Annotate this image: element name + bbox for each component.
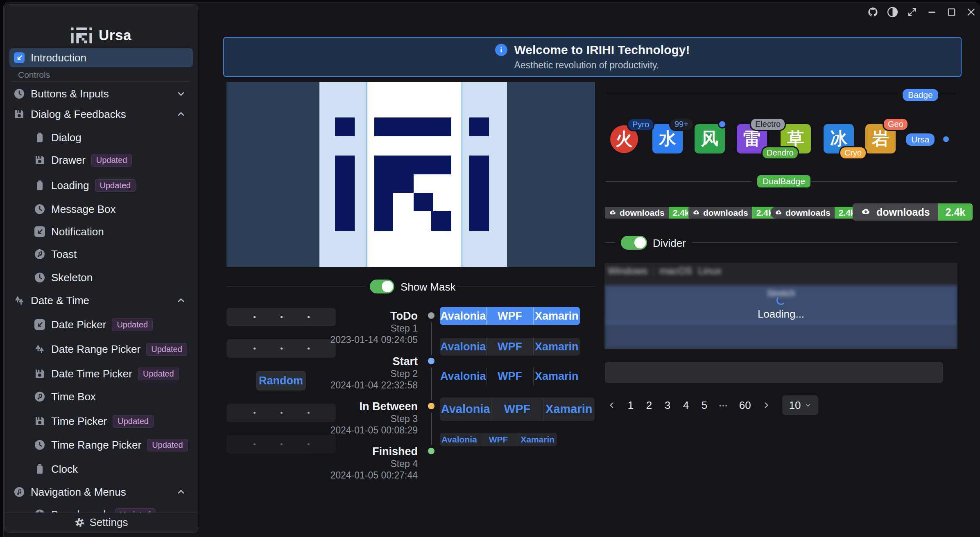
info-icon — [495, 44, 507, 56]
sidebar-item-time-picker[interactable]: Time Picker Updated — [9, 412, 193, 431]
sidebar-item-notification[interactable]: Notification — [9, 222, 193, 241]
welcome-banner: Welcome to IRIHI Technology! Aesthetic r… — [223, 37, 962, 77]
sidebar-item-drawer[interactable]: Drawer Updated — [9, 151, 193, 169]
page-size-select[interactable]: 10 — [782, 395, 818, 415]
sidebar-item-message-box[interactable]: Message Box — [9, 200, 193, 219]
maximize-icon[interactable] — [946, 7, 957, 18]
fullscreen-icon[interactable] — [907, 7, 918, 18]
divider — [605, 94, 900, 94]
battery-icon — [34, 132, 45, 143]
music-note-icon — [14, 487, 25, 497]
floppy-icon — [34, 155, 45, 165]
sidebar-item-clock[interactable]: Clock — [9, 460, 193, 478]
timeline-dot-start — [428, 358, 435, 364]
chevron-right-icon[interactable] — [762, 401, 770, 409]
xamarin-button[interactable]: Xamarin — [518, 433, 557, 446]
app-title: Ursa — [99, 27, 131, 43]
page-3[interactable]: 3 — [664, 399, 671, 412]
theme-toggle-icon[interactable] — [887, 7, 898, 18]
cryo-badge: Cryo — [840, 147, 866, 158]
close-icon[interactable] — [966, 7, 977, 18]
tab-macos[interactable]: macOS — [659, 265, 692, 277]
page-60[interactable]: 60 — [739, 399, 751, 412]
dot-badge — [943, 136, 949, 142]
download-icon — [609, 209, 616, 217]
ursa-badge: Ursa — [906, 133, 935, 146]
sidebar-item-date-time-picker[interactable]: Date Time Picker Updated — [9, 364, 193, 383]
chevron-left-icon[interactable] — [608, 401, 616, 409]
page-1[interactable]: 1 — [627, 399, 634, 412]
xamarin-button[interactable]: Xamarin — [533, 338, 580, 356]
page-4[interactable]: 4 — [682, 399, 690, 412]
downloads-badge: downloads 2.4k — [771, 207, 860, 219]
avalonia-button[interactable]: Avalonia — [440, 307, 486, 325]
downloads-count: 2.4k — [938, 203, 973, 221]
empty-input-box[interactable] — [605, 362, 943, 383]
floppy-icon — [34, 368, 45, 379]
sidebar-item-introduction[interactable]: Introduction — [9, 48, 193, 67]
sidebar-group-date-time[interactable]: Date & Time — [9, 291, 193, 310]
tab-windows[interactable]: Windows — [608, 265, 647, 277]
table-row — [604, 323, 957, 349]
pyro-badge: Pyro — [628, 119, 653, 130]
wpf-button[interactable]: WPF — [491, 397, 543, 421]
mask-divider-line[interactable] — [462, 82, 462, 267]
wpf-button[interactable]: WPF — [486, 307, 533, 325]
random-button[interactable]: Random — [256, 371, 306, 390]
wpf-button[interactable]: WPF — [479, 433, 518, 446]
chevron-up-icon — [176, 296, 186, 305]
show-mask-toggle[interactable] — [370, 280, 394, 293]
updated-badge: Updated — [112, 318, 153, 331]
sidebar-item-skeleton[interactable]: Skeleton — [9, 268, 193, 287]
timeline-step-time: 2023-01-14 09:24:05 — [303, 334, 418, 345]
import-icon — [34, 319, 45, 330]
timeline-step-label: Step 4 — [303, 458, 418, 469]
button-group-dark: Avalonia WPF Xamarin — [440, 338, 580, 356]
clock-icon — [34, 440, 45, 450]
divider — [940, 94, 959, 94]
avalonia-button[interactable]: Avalonia — [440, 367, 486, 385]
sidebar-group-buttons-inputs[interactable]: Buttons & Inputs — [9, 84, 193, 103]
page-2[interactable]: 2 — [645, 399, 653, 412]
downloads-badge: downloads 2.4k — [605, 207, 694, 219]
download-icon — [861, 207, 871, 217]
chevron-down-icon — [176, 89, 186, 99]
sidebar-item-toast[interactable]: Toast — [9, 245, 193, 264]
xamarin-button[interactable]: Xamarin — [533, 367, 580, 385]
timeline-dot-finished — [428, 448, 435, 454]
updated-badge: Updated — [95, 179, 136, 192]
download-icon — [693, 209, 700, 217]
sidebar-group-navigation-menus[interactable]: Navigation & Menus — [9, 483, 193, 501]
page-5[interactable]: 5 — [701, 399, 708, 412]
sidebar-item-date-range-picker[interactable]: Date Range Picker Updated — [9, 340, 193, 359]
divider-toggle[interactable] — [621, 236, 647, 250]
sidebar-item-time-box[interactable]: Time Box — [9, 387, 193, 406]
logo-pixel — [469, 156, 489, 231]
minimize-icon[interactable] — [926, 7, 937, 18]
sidebar-item-dialog[interactable]: Dialog — [9, 128, 193, 147]
xamarin-button[interactable]: Xamarin — [543, 397, 595, 421]
pagination-ellipsis: ••• — [719, 402, 728, 409]
timeline-step-title: Start — [303, 355, 418, 368]
loading-spinner-icon — [776, 296, 785, 305]
avalonia-button[interactable]: Avalonia — [440, 397, 491, 421]
tab-linux[interactable]: Linux — [698, 265, 721, 277]
github-icon[interactable] — [867, 7, 878, 18]
mask-divider-line[interactable] — [367, 82, 367, 267]
dendro-badge: Dendro — [763, 147, 798, 158]
download-icon — [775, 209, 782, 217]
dualbadge-section-pill: DualBadge — [757, 175, 810, 187]
sidebar-item-time-range-picker[interactable]: Time Range Picker Updated — [9, 435, 193, 454]
avalonia-button[interactable]: Avalonia — [440, 433, 479, 446]
wpf-button[interactable]: WPF — [486, 338, 533, 356]
sidebar-item-loading[interactable]: Loading Updated — [9, 176, 193, 195]
show-mask-label: Show Mask — [401, 281, 455, 293]
wpf-button[interactable]: WPF — [486, 367, 533, 385]
settings-button[interactable]: Settings — [5, 512, 197, 532]
xamarin-button[interactable]: Xamarin — [533, 307, 580, 325]
sidebar-item-date-picker[interactable]: Date Picker Updated — [9, 315, 193, 334]
sidebar-group-dialog-feedbacks[interactable]: Dialog & Feedbacks — [9, 105, 193, 124]
avalonia-button[interactable]: Avalonia — [440, 338, 486, 356]
downloads-badge-large: downloads 2.4k — [853, 203, 973, 221]
clock-icon — [34, 272, 45, 283]
